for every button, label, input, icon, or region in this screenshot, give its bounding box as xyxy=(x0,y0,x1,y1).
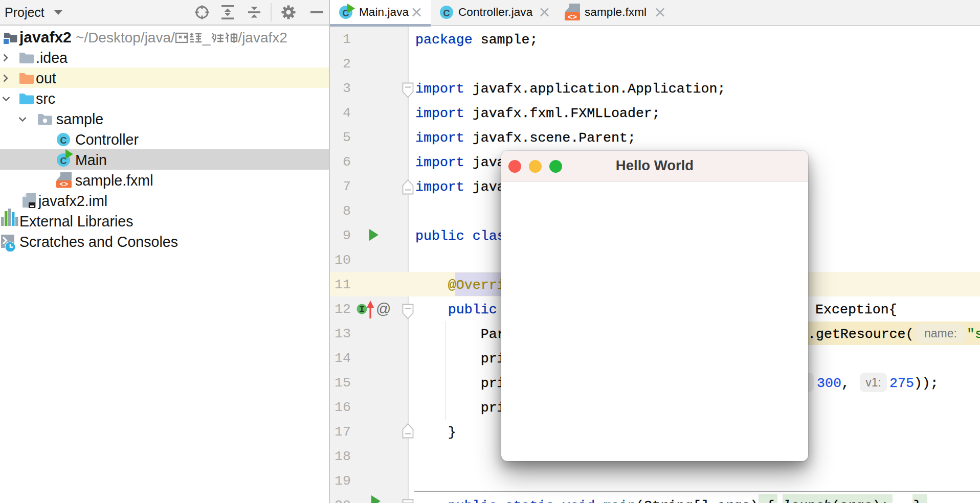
svg-text:<>: <> xyxy=(60,180,69,189)
svg-text:C: C xyxy=(60,135,67,146)
svg-text:<>: <> xyxy=(568,13,577,22)
svg-text:C: C xyxy=(443,8,450,18)
svg-text:@: @ xyxy=(376,301,391,317)
